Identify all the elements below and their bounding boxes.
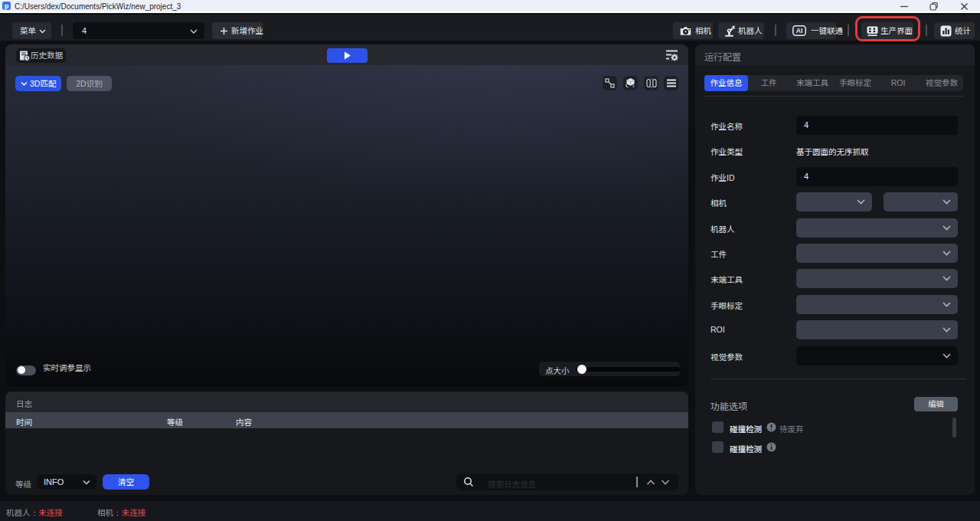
svg-text:AI: AI: [796, 27, 803, 34]
svg-text:p: p: [5, 2, 9, 9]
